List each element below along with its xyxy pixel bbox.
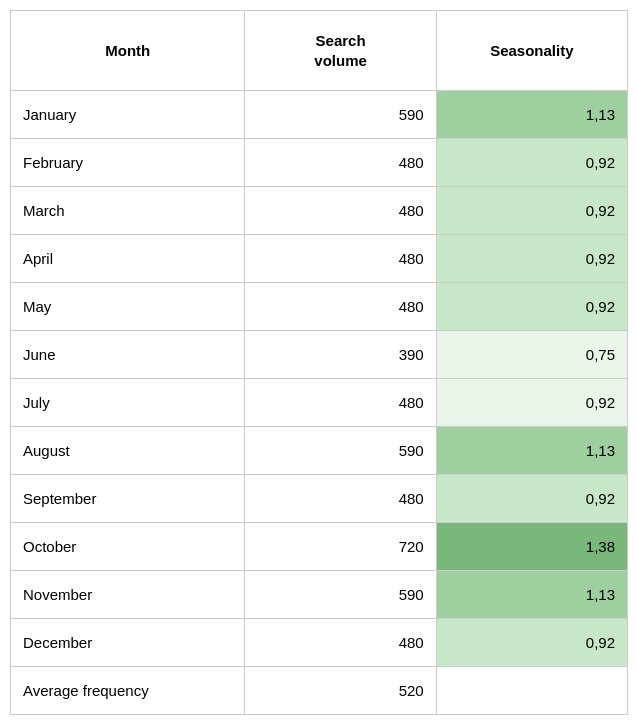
average-label: Average frequency <box>11 667 245 715</box>
month-cell: January <box>11 91 245 139</box>
search-volume-cell: 480 <box>245 619 436 667</box>
month-cell: July <box>11 379 245 427</box>
seasonality-table: Month Searchvolume Seasonality January59… <box>10 10 628 715</box>
seasonality-cell: 1,13 <box>436 427 627 475</box>
table-row: April4800,92 <box>11 235 628 283</box>
seasonality-header: Seasonality <box>436 11 627 91</box>
table-row: July4800,92 <box>11 379 628 427</box>
table-row: March4800,92 <box>11 187 628 235</box>
month-cell: December <box>11 619 245 667</box>
seasonality-cell: 1,38 <box>436 523 627 571</box>
table-row: January5901,13 <box>11 91 628 139</box>
seasonality-cell: 1,13 <box>436 571 627 619</box>
average-value: 520 <box>245 667 436 715</box>
search-volume-cell: 480 <box>245 379 436 427</box>
search-volume-cell: 590 <box>245 571 436 619</box>
month-header: Month <box>11 11 245 91</box>
table-row: May4800,92 <box>11 283 628 331</box>
table-row: February4800,92 <box>11 139 628 187</box>
month-cell: March <box>11 187 245 235</box>
seasonality-cell: 0,92 <box>436 379 627 427</box>
search-volume-cell: 480 <box>245 283 436 331</box>
month-cell: October <box>11 523 245 571</box>
search-volume-cell: 720 <box>245 523 436 571</box>
table-container: Month Searchvolume Seasonality January59… <box>10 10 628 715</box>
table-body: January5901,13February4800,92March4800,9… <box>11 91 628 715</box>
search-volume-cell: 480 <box>245 475 436 523</box>
seasonality-cell: 1,13 <box>436 91 627 139</box>
seasonality-cell: 0,92 <box>436 283 627 331</box>
average-row: Average frequency520 <box>11 667 628 715</box>
search-volume-cell: 480 <box>245 139 436 187</box>
search-volume-cell: 590 <box>245 427 436 475</box>
search-volume-header: Searchvolume <box>245 11 436 91</box>
month-cell: June <box>11 331 245 379</box>
month-cell: November <box>11 571 245 619</box>
seasonality-cell: 0,92 <box>436 475 627 523</box>
search-volume-cell: 390 <box>245 331 436 379</box>
table-row: October7201,38 <box>11 523 628 571</box>
search-volume-cell: 480 <box>245 235 436 283</box>
seasonality-cell: 0,92 <box>436 187 627 235</box>
table-row: December4800,92 <box>11 619 628 667</box>
table-row: June3900,75 <box>11 331 628 379</box>
month-cell: May <box>11 283 245 331</box>
month-cell: February <box>11 139 245 187</box>
table-row: September4800,92 <box>11 475 628 523</box>
search-volume-cell: 590 <box>245 91 436 139</box>
month-cell: August <box>11 427 245 475</box>
seasonality-cell: 0,92 <box>436 139 627 187</box>
seasonality-cell: 0,75 <box>436 331 627 379</box>
table-header-row: Month Searchvolume Seasonality <box>11 11 628 91</box>
seasonality-cell: 0,92 <box>436 619 627 667</box>
average-seasonality <box>436 667 627 715</box>
month-cell: September <box>11 475 245 523</box>
month-cell: April <box>11 235 245 283</box>
seasonality-cell: 0,92 <box>436 235 627 283</box>
table-row: November5901,13 <box>11 571 628 619</box>
table-row: August5901,13 <box>11 427 628 475</box>
search-volume-cell: 480 <box>245 187 436 235</box>
